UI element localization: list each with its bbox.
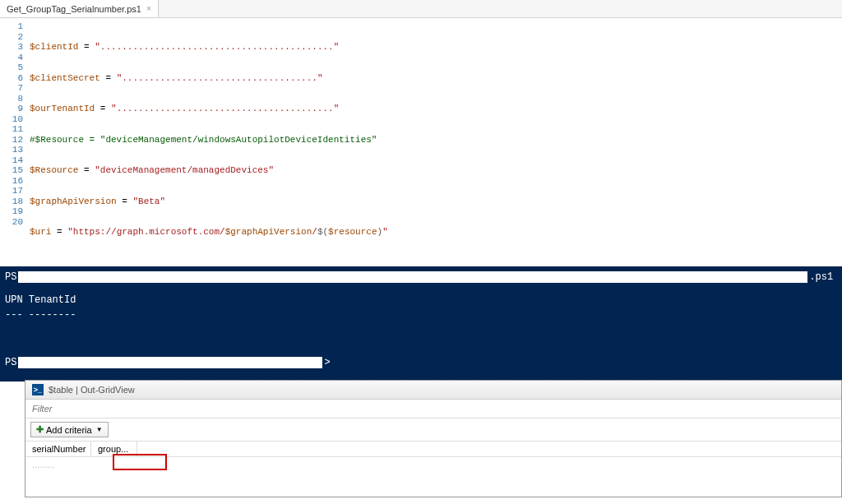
gridview-titlebar[interactable]: >_ $table | Out-GridView bbox=[25, 381, 841, 400]
criteria-row: ✚ Add criteria ▼ bbox=[25, 418, 841, 442]
data-grid: serialNumber group... ......... bbox=[25, 442, 841, 497]
plus-icon: ✚ bbox=[36, 424, 44, 435]
file-tab[interactable]: Get_GroupTag_Serialnumber.ps1 × bbox=[0, 0, 159, 17]
tab-bar: Get_GroupTag_Serialnumber.ps1 × bbox=[0, 0, 842, 18]
console-line: PS .ps1 bbox=[5, 270, 837, 284]
table-row[interactable]: ......... bbox=[25, 457, 841, 472]
line-gutter: 1234567891011121314151617181920 bbox=[0, 18, 30, 266]
gridview-title: $table | Out-GridView bbox=[49, 385, 135, 395]
highlight-annotation bbox=[113, 454, 167, 470]
cell-serialnumber: ......... bbox=[25, 457, 91, 472]
tab-label: Get_GroupTag_Serialnumber.ps1 bbox=[7, 4, 141, 14]
console-header: UPN TenantId bbox=[5, 293, 837, 307]
console-divider: --- -------- bbox=[5, 307, 837, 322]
filter-row bbox=[25, 400, 841, 418]
gridview-window: >_ $table | Out-GridView ✚ Add criteria … bbox=[25, 380, 842, 497]
close-icon[interactable]: × bbox=[146, 4, 151, 13]
code-area[interactable]: $clientId = "...........................… bbox=[30, 18, 842, 266]
chevron-down-icon: ▼ bbox=[96, 426, 103, 433]
console-line: PS > bbox=[5, 355, 837, 370]
column-header[interactable]: serialNumber bbox=[25, 442, 91, 456]
powershell-icon: >_ bbox=[32, 384, 44, 395]
console-pane[interactable]: PS .ps1 UPN TenantId --- -------- PS > bbox=[0, 266, 842, 381]
filter-input[interactable] bbox=[25, 400, 841, 418]
code-editor[interactable]: 1234567891011121314151617181920 $clientI… bbox=[0, 18, 842, 266]
add-criteria-button[interactable]: ✚ Add criteria ▼ bbox=[30, 422, 109, 437]
